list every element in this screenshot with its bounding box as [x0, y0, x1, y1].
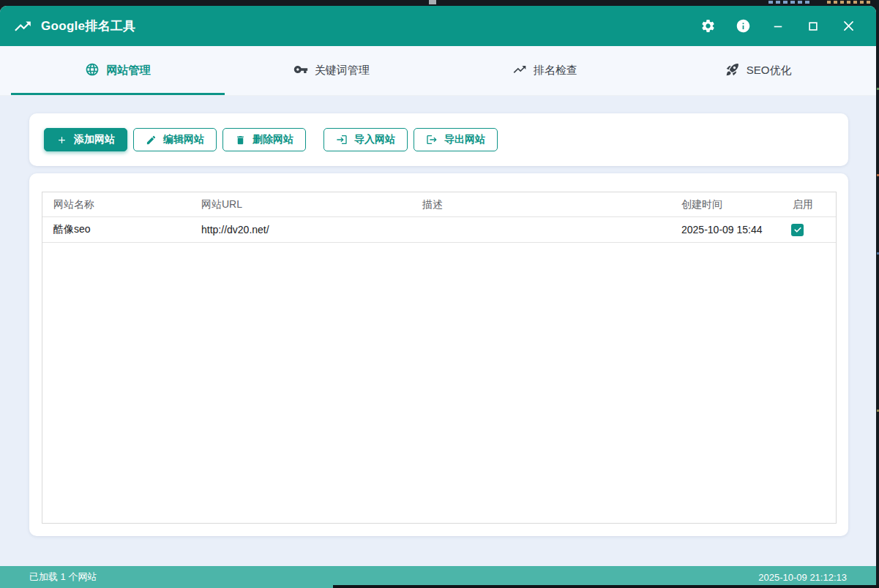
enabled-checkbox[interactable]	[791, 224, 804, 236]
website-table-card: 网站名称 网站URL 描述 创建时间 启用 酷像seo http://dv20.…	[29, 173, 848, 536]
desktop-background-fragment	[768, 1, 812, 4]
desktop-background-fragment	[429, 0, 436, 4]
button-label: 添加网站	[74, 133, 115, 146]
add-website-button[interactable]: 添加网站	[44, 128, 127, 151]
trash-icon	[235, 135, 246, 146]
status-loaded-text: 已加载 1 个网站	[29, 570, 97, 584]
trending-up-icon	[512, 62, 527, 79]
tab-seo-optimization[interactable]: SEO优化	[651, 46, 865, 95]
button-label: 导入网站	[354, 133, 395, 146]
globe-icon	[85, 62, 100, 79]
tab-label: SEO优化	[747, 64, 792, 78]
table-empty-area	[42, 243, 836, 523]
desktop-background-fragment	[827, 1, 871, 4]
column-header-description[interactable]: 描述	[411, 198, 670, 211]
edit-website-button[interactable]: 编辑网站	[133, 128, 217, 151]
info-button[interactable]	[728, 12, 758, 41]
maximize-button[interactable]	[798, 12, 828, 41]
cell-site-url: http://dv20.net/	[190, 224, 411, 235]
toolbar: 添加网站 编辑网站 删除网站 导入网站	[29, 113, 848, 166]
tab-website-management[interactable]: 网站管理	[11, 46, 225, 95]
settings-button[interactable]	[693, 12, 722, 41]
desktop-background-top-strip	[0, 0, 879, 6]
tab-rank-check[interactable]: 排名检查	[438, 46, 652, 95]
table-header-row: 网站名称 网站URL 描述 创建时间 启用	[42, 192, 836, 217]
main-content: 添加网站 编辑网站 删除网站 导入网站	[0, 96, 876, 566]
column-header-created[interactable]: 创建时间	[670, 198, 782, 211]
tab-label: 排名检查	[534, 64, 577, 78]
cell-created: 2025-10-09 15:44	[670, 224, 782, 235]
tabbar: 网站管理 关键词管理 排名检查 SEO优化	[0, 46, 876, 96]
cell-site-name: 酷像seo	[42, 223, 190, 236]
website-table: 网站名称 网站URL 描述 创建时间 启用 酷像seo http://dv20.…	[42, 192, 837, 524]
tab-label: 网站管理	[106, 64, 150, 78]
import-icon	[336, 134, 348, 146]
minimize-button[interactable]	[763, 12, 793, 41]
trending-up-icon	[13, 17, 32, 36]
cell-enabled	[782, 224, 836, 236]
import-website-button[interactable]: 导入网站	[323, 128, 408, 151]
desktop-background-bottom-strip	[333, 585, 879, 588]
button-label: 导出网站	[444, 133, 485, 146]
key-icon	[293, 62, 308, 79]
titlebar: Google排名工具	[0, 6, 876, 46]
table-row[interactable]: 酷像seo http://dv20.net/ 2025-10-09 15:44	[42, 217, 836, 243]
delete-website-button[interactable]: 删除网站	[222, 128, 306, 151]
close-button[interactable]	[834, 12, 863, 41]
app-title: Google排名工具	[41, 18, 136, 34]
tab-keyword-management[interactable]: 关键词管理	[225, 46, 438, 95]
plus-icon	[56, 135, 67, 146]
status-timestamp: 2025-10-09 21:12:13	[758, 572, 847, 583]
tab-label: 关键词管理	[315, 64, 370, 78]
column-header-enabled[interactable]: 启用	[782, 198, 836, 211]
rocket-icon	[725, 62, 740, 79]
column-header-url[interactable]: 网站URL	[190, 198, 411, 211]
export-icon	[426, 134, 438, 146]
column-header-name[interactable]: 网站名称	[42, 198, 190, 211]
button-label: 编辑网站	[163, 133, 204, 146]
button-label: 删除网站	[253, 133, 293, 146]
app-window: Google排名工具 网站管理 关键词管理	[0, 6, 876, 588]
pencil-icon	[146, 135, 157, 146]
export-website-button[interactable]: 导出网站	[414, 128, 498, 151]
